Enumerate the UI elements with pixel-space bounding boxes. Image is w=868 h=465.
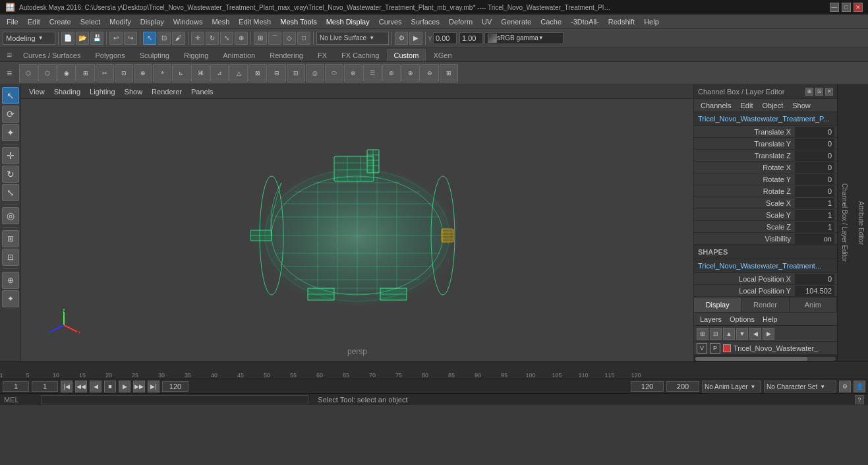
redo-button[interactable]: ↪ [124,32,137,45]
local-pos-y-value[interactable] [795,286,834,296]
menu-modify[interactable]: Modify [105,16,134,27]
viewport-content[interactable]: x y z persp [21,99,693,361]
select-tool-button[interactable]: ↖ [143,32,156,45]
menu-mesh-tools[interactable]: Mesh Tools [276,16,320,27]
local-pos-x-value[interactable] [795,274,834,284]
layers-menu[interactable]: Layers [697,315,725,324]
vp-menu-lighting[interactable]: Lighting [86,86,119,97]
scale-tool-button[interactable]: ⤡ [220,32,233,45]
channel-scale-y[interactable]: Scale Y [694,209,837,221]
color-space-picker[interactable]: sRGB gamma ▼ [484,32,564,44]
layer-color-swatch[interactable] [723,344,731,352]
range-start-input[interactable] [32,381,58,392]
shelf-icon-21[interactable]: ⊕ [401,64,420,82]
cb-menu-object[interactable]: Object [758,101,787,110]
vp-menu-shading[interactable]: Shading [50,86,84,97]
scale-z-value[interactable] [795,222,834,232]
current-frame-input[interactable] [3,381,29,392]
vp-menu-panels[interactable]: Panels [187,86,217,97]
menu-edit-mesh[interactable]: Edit Mesh [235,16,275,27]
shelf-icon-5[interactable]: ✂ [96,64,114,82]
menu-cache[interactable]: Cache [536,16,565,27]
shelf-settings-button[interactable]: ≡ [3,48,16,61]
channel-translate-x[interactable]: Translate X [694,126,837,138]
go-to-start-button[interactable]: |◀ [61,381,72,392]
layer-playback-toggle[interactable]: P [710,343,720,354]
viewport[interactable]: View Shading Lighting Show Renderer Pane… [21,84,693,361]
scale-x-value[interactable] [795,198,834,208]
shelf-tab-animation[interactable]: Animation [216,49,262,61]
char-set-dropdown[interactable]: No Character Set ▼ [764,381,836,392]
lasso-tool[interactable]: ⟳ [2,106,19,123]
command-input[interactable] [41,395,308,404]
play-back-button[interactable]: ◀ [90,381,101,392]
layer-remove-button[interactable]: ⊟ [710,328,722,340]
minimize-button[interactable]: — [830,3,839,12]
shelf-icon-2[interactable]: ⬡ [38,64,57,82]
grid-display-tool[interactable]: ⊞ [2,230,19,247]
shelf-icon-20[interactable]: ⊚ [382,64,401,82]
wireframe-tool[interactable]: ⊡ [2,249,19,266]
vp-menu-view[interactable]: View [25,86,49,97]
visibility-value[interactable] [795,233,834,244]
close-button[interactable]: ✕ [854,3,863,12]
shelf-icon-9[interactable]: ⊾ [172,64,190,82]
scale-y-value[interactable] [795,210,834,220]
shelf-tab-xgen[interactable]: XGen [426,49,459,61]
play-forward-button[interactable]: ▶ [119,381,130,392]
panel-close[interactable]: ✕ [825,88,833,96]
shelf-icon-1[interactable]: ⬡ [19,64,38,82]
layer-left-button[interactable]: ◀ [749,328,761,340]
menu-edit[interactable]: Edit [24,16,44,27]
stop-button[interactable]: ■ [104,381,116,392]
translate-z-value[interactable] [795,150,834,161]
shelf-icon-16[interactable]: ◎ [306,64,324,82]
snap-curve-button[interactable]: ⌒ [268,32,281,45]
layer-scrollbar[interactable] [694,355,837,361]
render-current-button[interactable]: ▶ [409,32,422,45]
shelf-icon-10[interactable]: ⌘ [191,64,210,82]
menu-surfaces[interactable]: Surfaces [407,16,444,27]
range-end-input[interactable] [162,381,188,392]
menu-generate[interactable]: Generate [497,16,535,27]
channel-scale-x[interactable]: Scale X [694,197,837,209]
anim-layer-dropdown[interactable]: No Anim Layer ▼ [702,381,761,392]
paint-select-button[interactable]: 🖌 [172,32,185,45]
cb-menu-channels[interactable]: Channels [697,101,735,110]
gamma-scale-input[interactable] [459,32,483,44]
shelf-tab-sculpting[interactable]: Sculpting [132,49,177,61]
menu-3dtall[interactable]: -3DtoAll- [567,16,603,27]
shelf-icon-8[interactable]: ⌖ [153,64,171,82]
snap-surface-button[interactable]: □ [297,32,310,45]
shelf-icon-3[interactable]: ◉ [57,64,76,82]
rotate-z-value[interactable] [795,186,834,197]
menu-help[interactable]: Help [640,16,663,27]
shelf-icon-12[interactable]: △ [229,64,248,82]
panel-resize-1[interactable]: ⊞ [805,88,813,96]
no-live-surface-dropdown[interactable]: No Live Surface ▼ [316,32,389,45]
menu-windows[interactable]: Windows [169,16,207,27]
tool-9[interactable]: ⊕ [2,272,19,289]
vp-menu-renderer[interactable]: Renderer [148,86,186,97]
lasso-select-button[interactable]: ⊡ [158,32,171,45]
workspace-dropdown[interactable]: Modeling ▼ [3,32,55,45]
display-tab[interactable]: Display [694,297,741,312]
shelf-icon-22[interactable]: ⊖ [420,64,439,82]
translate-x-value[interactable] [795,127,834,137]
channel-local-pos-x[interactable]: Local Position X [694,273,837,285]
shelf-tab-custom[interactable]: Custom [387,49,426,61]
menu-file[interactable]: File [3,16,22,27]
menu-display[interactable]: Display [136,16,168,27]
move-tool-left[interactable]: ✛ [2,147,19,164]
menu-redshift[interactable]: Redshift [604,16,639,27]
menu-mesh-display[interactable]: Mesh Display [322,16,374,27]
shelf-icon-4[interactable]: ⊞ [76,64,95,82]
channel-visibility[interactable]: Visibility [694,233,837,245]
attribute-editor-side-label[interactable]: Attribute Editor [856,199,866,247]
render-settings-button[interactable]: ⚙ [395,32,408,45]
shelf-icon-11[interactable]: ⊿ [210,64,229,82]
universal-tool-button[interactable]: ⊕ [235,32,248,45]
save-file-button[interactable]: 💾 [90,32,103,45]
shelf-tab-polygons[interactable]: Polygons [88,49,132,61]
total-frames-input[interactable] [666,381,699,392]
